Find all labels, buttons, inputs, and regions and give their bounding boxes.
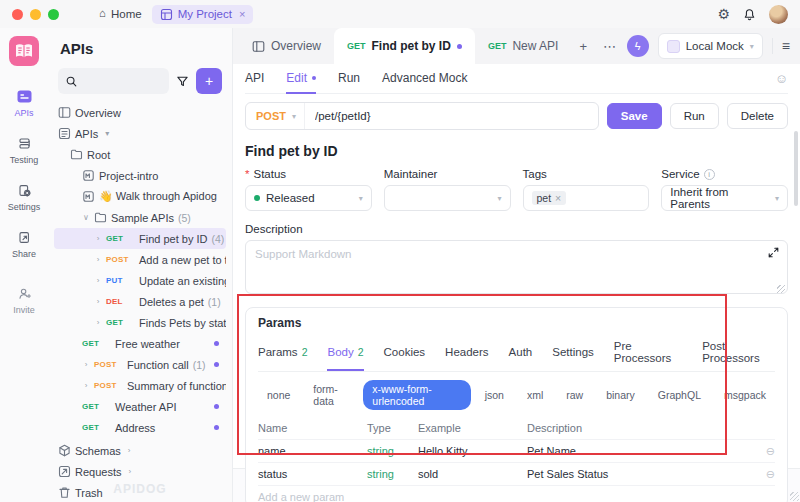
close-project-tab-icon[interactable]: ×: [239, 8, 245, 20]
params-tab-params[interactable]: Params2: [258, 334, 307, 371]
param-description[interactable]: Pet Name: [527, 445, 755, 457]
tree-row[interactable]: Project-intro: [54, 165, 226, 186]
param-name[interactable]: status: [258, 468, 367, 480]
body-type-xml[interactable]: xml: [518, 386, 552, 404]
params-tab-post-processors[interactable]: Post Processors: [702, 334, 775, 371]
param-example[interactable]: Hello Kitty: [418, 445, 527, 457]
description-textarea[interactable]: [245, 240, 788, 294]
subnav-tab-api[interactable]: API: [245, 64, 264, 94]
close-window-button[interactable]: [12, 9, 23, 20]
user-avatar[interactable]: [769, 5, 788, 24]
tree-row[interactable]: Root: [54, 144, 226, 165]
path-input[interactable]: [305, 110, 598, 122]
tag-chip[interactable]: pet ×: [532, 191, 567, 205]
tree-row[interactable]: GETFree weather: [54, 333, 226, 354]
tree-row[interactable]: ›PUTUpdate an existing p...(2): [54, 270, 226, 291]
subnav-tab-run[interactable]: Run: [338, 64, 360, 94]
search-input[interactable]: [58, 68, 169, 94]
new-tab-button[interactable]: +: [571, 28, 595, 64]
tree-row[interactable]: APIs▾: [54, 123, 226, 144]
scrollbar-thumb[interactable]: [794, 131, 798, 206]
expander-icon[interactable]: ›: [94, 318, 102, 327]
body-type-binary[interactable]: binary: [597, 386, 644, 404]
expander-icon[interactable]: ›: [82, 360, 90, 369]
remove-row-icon[interactable]: ⊖: [755, 445, 775, 458]
body-type-none[interactable]: none: [258, 386, 299, 404]
param-name[interactable]: name: [258, 445, 367, 457]
body-type-form-data[interactable]: form-data: [304, 380, 358, 410]
environment-select[interactable]: Local Mock ▾: [658, 33, 763, 59]
resize-handle[interactable]: [777, 285, 785, 293]
sidebar-item-requests[interactable]: Requests›: [54, 461, 226, 482]
document-tab[interactable]: GETNew API: [475, 28, 572, 64]
expander-icon[interactable]: ›: [94, 297, 102, 306]
tree-row[interactable]: GETWeather API: [54, 396, 226, 417]
tree-row[interactable]: 👋 Walk through Apidog: [54, 186, 226, 207]
expander-icon[interactable]: ∨: [82, 213, 90, 222]
save-button[interactable]: Save: [607, 103, 662, 129]
subnav-tab-advanced-mock[interactable]: Advanced Mock: [382, 64, 467, 94]
add-api-button[interactable]: +: [196, 68, 222, 94]
params-tab-auth[interactable]: Auth: [509, 334, 533, 371]
rail-item-invite[interactable]: Invite: [8, 285, 41, 315]
tree-row[interactable]: ›GETFind pet by ID(4): [54, 228, 226, 249]
menu-icon[interactable]: ≡: [782, 38, 790, 54]
sidebar-item-schemas[interactable]: Schemas›: [54, 440, 226, 461]
notifications-bell-icon[interactable]: [743, 8, 756, 21]
body-type-raw[interactable]: raw: [557, 386, 592, 404]
rail-item-apis[interactable]: APIs: [8, 88, 41, 118]
params-tab-cookies[interactable]: Cookies: [384, 334, 426, 371]
expander-icon[interactable]: ›: [94, 255, 102, 264]
document-tab[interactable]: Overview: [239, 28, 334, 64]
param-type[interactable]: string: [367, 445, 418, 457]
param-description[interactable]: Pet Sales Status: [527, 468, 755, 480]
remove-row-icon[interactable]: ⊖: [755, 468, 775, 481]
tree-row[interactable]: ›DELDeletes a pet(1): [54, 291, 226, 312]
params-tab-settings[interactable]: Settings: [552, 334, 594, 371]
status-select[interactable]: Released ▾: [245, 185, 372, 211]
tree-row[interactable]: ›POSTSummary of function ...(1): [54, 375, 226, 396]
project-tab[interactable]: My Project ×: [152, 5, 254, 24]
rail-item-share[interactable]: Share: [8, 229, 41, 259]
tree-row[interactable]: ›POSTAdd a new pet to th...(1): [54, 249, 226, 270]
body-type-json[interactable]: json: [476, 386, 513, 404]
maximize-window-button[interactable]: [48, 9, 59, 20]
expand-icon[interactable]: [767, 246, 780, 259]
maintainer-select[interactable]: ▾: [384, 185, 511, 211]
param-type[interactable]: string: [367, 468, 418, 480]
home-button[interactable]: ⌂ Home: [99, 8, 142, 20]
param-row[interactable]: statusstringsoldPet Sales Status⊖: [258, 462, 775, 485]
design-status-icon[interactable]: ☺: [775, 71, 788, 86]
tags-input[interactable]: pet ×: [523, 185, 650, 211]
rail-item-settings[interactable]: Settings: [8, 182, 41, 212]
expander-icon[interactable]: ›: [94, 276, 102, 285]
run-button[interactable]: Run: [670, 103, 719, 129]
add-param-row[interactable]: Add a new param: [258, 485, 775, 502]
tree-row[interactable]: ∨Sample APIs(5): [54, 207, 226, 228]
delete-button[interactable]: Delete: [727, 103, 788, 129]
expander-icon[interactable]: ›: [94, 234, 102, 243]
expander-icon[interactable]: ›: [82, 381, 90, 390]
params-tab-headers[interactable]: Headers: [445, 334, 488, 371]
mock-service-button[interactable]: ϟ: [627, 35, 649, 57]
minimize-window-button[interactable]: [30, 9, 41, 20]
remove-tag-icon[interactable]: ×: [555, 192, 561, 204]
tree-row[interactable]: ›POSTFunction call(1): [54, 354, 226, 375]
subnav-tab-edit[interactable]: Edit: [286, 64, 316, 94]
body-type-msgpack[interactable]: msgpack: [715, 386, 775, 404]
window-resize-grip[interactable]: [790, 492, 799, 501]
tree-row[interactable]: Overview: [54, 102, 226, 123]
filter-icon[interactable]: [176, 75, 189, 88]
rail-item-testing[interactable]: Testing: [8, 135, 41, 165]
param-row[interactable]: namestringHello KittyPet Name⊖: [258, 439, 775, 462]
params-tab-body[interactable]: Body2: [327, 334, 363, 371]
tree-row[interactable]: ›GETFinds Pets by status(2): [54, 312, 226, 333]
settings-gear-icon[interactable]: ⚙: [717, 7, 730, 21]
more-tabs-button[interactable]: ⋯: [595, 28, 624, 64]
method-select[interactable]: POST: [246, 110, 292, 122]
service-select[interactable]: Inherit from Parents ▾: [661, 185, 788, 211]
body-type-graphql[interactable]: GraphQL: [649, 386, 710, 404]
param-example[interactable]: sold: [418, 468, 527, 480]
body-type-x-www-form-urlencoded[interactable]: x-www-form-urlencoded: [363, 380, 470, 410]
tree-row[interactable]: GETAddress: [54, 417, 226, 438]
